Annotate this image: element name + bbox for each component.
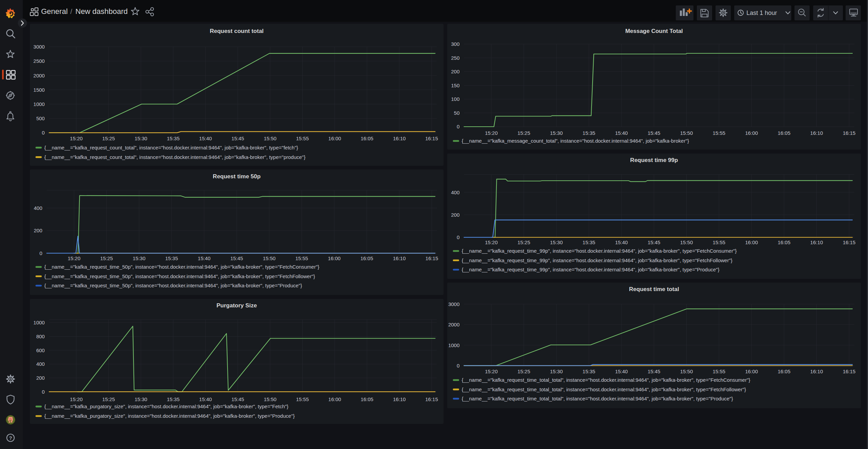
svg-text:15:35: 15:35 (582, 239, 595, 245)
svg-text:16:10: 16:10 (393, 255, 406, 261)
svg-text:0: 0 (39, 250, 42, 256)
svg-text:15:45: 15:45 (648, 130, 661, 136)
svg-text:16:15: 16:15 (843, 369, 856, 374)
svg-text:15:30: 15:30 (133, 255, 146, 261)
svg-text:15:50: 15:50 (264, 136, 277, 141)
svg-text:15:25: 15:25 (518, 369, 530, 374)
svg-text:Message Count Total: Message Count Total (625, 28, 683, 34)
svg-text:16:00: 16:00 (328, 255, 341, 261)
svg-text:15:45: 15:45 (231, 396, 244, 402)
svg-text:15:35: 15:35 (165, 255, 178, 261)
svg-text:{__name__="kafka_message_count: {__name__="kafka_message_count_total", i… (462, 138, 689, 144)
svg-text:300: 300 (451, 41, 459, 47)
svg-text:3000: 3000 (33, 44, 44, 50)
svg-text:15:30: 15:30 (550, 239, 563, 245)
svg-text:{__name__="kafka_request_time_: {__name__="kafka_request_time_99p", inst… (462, 248, 737, 254)
svg-text:15:50: 15:50 (264, 396, 277, 402)
svg-text:Request count total: Request count total (210, 28, 264, 34)
svg-text:{__name__="kafka_request_time_: {__name__="kafka_request_time_99p", inst… (462, 267, 720, 272)
svg-text:16:15: 16:15 (425, 396, 438, 402)
svg-text:400: 400 (36, 361, 45, 367)
svg-text:16:10: 16:10 (810, 239, 823, 245)
svg-text:0: 0 (457, 124, 459, 129)
svg-text:15:35: 15:35 (582, 130, 595, 136)
svg-text:{__name__="kafka_request_time_: {__name__="kafka_request_time_total_tota… (462, 396, 733, 401)
svg-text:Request time 99p: Request time 99p (630, 157, 678, 163)
svg-text:15:20: 15:20 (485, 130, 498, 136)
svg-text:2000: 2000 (33, 73, 44, 78)
svg-text:{__name__="kafka_request_count: {__name__="kafka_request_count_total", i… (44, 154, 306, 160)
svg-text:2500: 2500 (33, 58, 44, 64)
svg-text:15:40: 15:40 (615, 130, 628, 136)
svg-text:15:45: 15:45 (230, 255, 243, 261)
svg-text:0: 0 (42, 389, 44, 395)
svg-text:15:55: 15:55 (712, 130, 725, 136)
svg-text:0: 0 (457, 234, 459, 240)
svg-text:50: 50 (454, 110, 460, 116)
svg-text:1500: 1500 (33, 87, 44, 93)
svg-text:16:05: 16:05 (361, 396, 374, 402)
svg-text:15:55: 15:55 (295, 255, 308, 261)
svg-text:15:45: 15:45 (648, 239, 661, 245)
svg-text:15:35: 15:35 (167, 396, 180, 402)
svg-text:16:05: 16:05 (778, 130, 791, 136)
svg-text:Purgatory Size: Purgatory Size (216, 302, 257, 309)
svg-text:{__name__="kafka_request_time_: {__name__="kafka_request_time_50p", inst… (44, 283, 302, 288)
svg-text:16:10: 16:10 (810, 130, 823, 136)
svg-text:15:55: 15:55 (296, 136, 309, 141)
svg-text:15:25: 15:25 (518, 239, 530, 245)
svg-text:16:00: 16:00 (745, 239, 758, 245)
svg-text:15:30: 15:30 (550, 130, 563, 136)
svg-text:15:50: 15:50 (680, 239, 693, 245)
svg-text:{__name__="kafka_request_time_: {__name__="kafka_request_time_50p", inst… (44, 264, 320, 270)
svg-text:15:55: 15:55 (712, 369, 725, 374)
svg-text:15:25: 15:25 (102, 136, 115, 141)
svg-text:15:20: 15:20 (70, 136, 83, 141)
svg-text:{__name__="kafka_request_time_: {__name__="kafka_request_time_total_tota… (462, 387, 746, 392)
svg-text:15:20: 15:20 (485, 369, 498, 374)
svg-text:15:20: 15:20 (485, 239, 498, 245)
svg-text:16:05: 16:05 (360, 255, 373, 261)
svg-text:General: General (41, 7, 68, 16)
svg-text:15:20: 15:20 (70, 396, 83, 402)
svg-text:16:15: 16:15 (425, 136, 438, 141)
svg-text:15:55: 15:55 (296, 396, 309, 402)
svg-text:15:40: 15:40 (615, 239, 628, 245)
svg-text:15:40: 15:40 (198, 255, 211, 261)
svg-text:15:25: 15:25 (102, 396, 115, 402)
svg-text:16:10: 16:10 (393, 136, 406, 141)
svg-text:15:50: 15:50 (680, 369, 693, 374)
svg-text:15:55: 15:55 (712, 239, 725, 245)
svg-text:15:30: 15:30 (134, 136, 147, 141)
svg-text:Request time 50p: Request time 50p (213, 173, 261, 180)
svg-text:15:20: 15:20 (68, 255, 80, 261)
svg-text:16:15: 16:15 (843, 239, 856, 245)
svg-text:200: 200 (451, 69, 459, 74)
svg-text:15:25: 15:25 (518, 130, 530, 136)
svg-text:100: 100 (451, 96, 459, 102)
svg-text:{__name__="kafka_request_time_: {__name__="kafka_request_time_50p", inst… (44, 273, 315, 279)
svg-text:16:05: 16:05 (778, 369, 791, 374)
svg-text:15:45: 15:45 (648, 369, 661, 374)
svg-text:400: 400 (34, 205, 42, 211)
svg-text:0: 0 (42, 130, 44, 136)
svg-text:New dashboard: New dashboard (75, 7, 128, 16)
svg-text:16:05: 16:05 (778, 239, 791, 245)
svg-text:3000: 3000 (448, 301, 459, 307)
svg-text:500: 500 (36, 115, 45, 121)
svg-text:15:45: 15:45 (231, 136, 244, 141)
svg-text:15:40: 15:40 (199, 136, 212, 141)
svg-text:2000: 2000 (448, 322, 459, 327)
svg-text:16:10: 16:10 (393, 396, 406, 402)
svg-text:{__name__="kafka_request_time_: {__name__="kafka_request_time_99p", inst… (462, 257, 733, 263)
svg-text:16:15: 16:15 (426, 255, 438, 261)
svg-text:16:00: 16:00 (745, 130, 758, 136)
svg-text:400: 400 (451, 190, 459, 195)
svg-text:200: 200 (451, 212, 459, 218)
svg-text:600: 600 (36, 347, 45, 353)
svg-text:16:00: 16:00 (328, 136, 341, 141)
svg-text:200: 200 (36, 375, 45, 381)
svg-text:16:00: 16:00 (328, 396, 341, 402)
svg-text:{__name__="kafka_purgatory_siz: {__name__="kafka_purgatory_size", instan… (44, 413, 295, 419)
svg-text:Last 1 hour: Last 1 hour (746, 10, 777, 16)
